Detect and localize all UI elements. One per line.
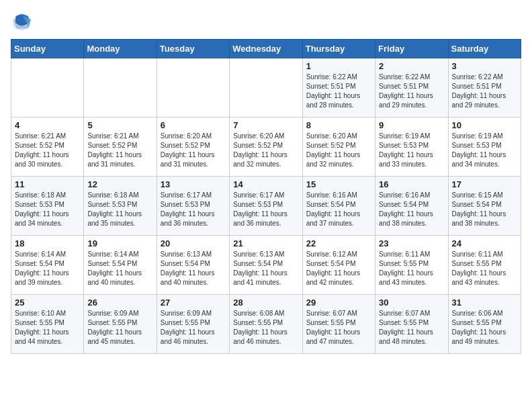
page-header <box>11 11 521 32</box>
day-number: 2 <box>379 61 444 71</box>
day-number: 9 <box>379 120 444 130</box>
calendar-cell: 17Sunrise: 6:15 AM Sunset: 5:54 PM Dayli… <box>448 177 521 236</box>
week-row-2: 4Sunrise: 6:21 AM Sunset: 5:52 PM Daylig… <box>11 118 521 177</box>
day-number: 5 <box>87 120 152 130</box>
calendar-cell: 11Sunrise: 6:18 AM Sunset: 5:53 PM Dayli… <box>11 177 84 236</box>
cell-info: Sunrise: 6:16 AM Sunset: 5:54 PM Dayligh… <box>306 191 371 228</box>
cell-info: Sunrise: 6:22 AM Sunset: 5:51 PM Dayligh… <box>452 73 517 110</box>
cell-info: Sunrise: 6:20 AM Sunset: 5:52 PM Dayligh… <box>161 132 226 169</box>
week-row-5: 25Sunrise: 6:10 AM Sunset: 5:55 PM Dayli… <box>11 295 521 354</box>
calendar-cell: 8Sunrise: 6:20 AM Sunset: 5:52 PM Daylig… <box>302 118 375 177</box>
calendar-cell: 21Sunrise: 6:13 AM Sunset: 5:54 PM Dayli… <box>230 236 302 295</box>
cell-info: Sunrise: 6:15 AM Sunset: 5:54 PM Dayligh… <box>452 191 517 228</box>
week-row-3: 11Sunrise: 6:18 AM Sunset: 5:53 PM Dayli… <box>11 177 521 236</box>
day-number: 10 <box>452 120 517 130</box>
day-number: 12 <box>87 179 152 189</box>
cell-info: Sunrise: 6:07 AM Sunset: 5:55 PM Dayligh… <box>306 309 371 347</box>
dow-header-saturday: Saturday <box>448 40 521 58</box>
day-number: 13 <box>161 179 226 189</box>
day-number: 28 <box>233 298 298 308</box>
calendar-cell: 26Sunrise: 6:09 AM Sunset: 5:55 PM Dayli… <box>84 295 157 354</box>
day-number: 22 <box>306 238 371 248</box>
day-number: 6 <box>161 120 226 130</box>
day-number: 27 <box>161 298 226 308</box>
day-number: 16 <box>379 179 444 189</box>
day-number: 18 <box>15 238 80 248</box>
cell-info: Sunrise: 6:08 AM Sunset: 5:55 PM Dayligh… <box>233 309 298 347</box>
calendar-cell: 22Sunrise: 6:12 AM Sunset: 5:54 PM Dayli… <box>302 236 375 295</box>
cell-info: Sunrise: 6:18 AM Sunset: 5:53 PM Dayligh… <box>87 191 152 228</box>
day-number: 11 <box>15 179 80 189</box>
day-number: 3 <box>452 61 517 71</box>
cell-info: Sunrise: 6:16 AM Sunset: 5:54 PM Dayligh… <box>379 191 444 228</box>
calendar-table: SundayMondayTuesdayWednesdayThursdayFrid… <box>11 39 521 354</box>
day-number: 4 <box>15 120 80 130</box>
cell-info: Sunrise: 6:11 AM Sunset: 5:55 PM Dayligh… <box>452 250 517 287</box>
calendar-cell: 25Sunrise: 6:10 AM Sunset: 5:55 PM Dayli… <box>11 295 84 354</box>
cell-info: Sunrise: 6:20 AM Sunset: 5:52 PM Dayligh… <box>233 132 298 169</box>
calendar-cell: 30Sunrise: 6:07 AM Sunset: 5:55 PM Dayli… <box>375 295 448 354</box>
cell-info: Sunrise: 6:10 AM Sunset: 5:55 PM Dayligh… <box>15 309 80 347</box>
cell-info: Sunrise: 6:13 AM Sunset: 5:54 PM Dayligh… <box>161 250 226 287</box>
day-number: 1 <box>306 61 371 71</box>
day-number: 17 <box>452 179 517 189</box>
cell-info: Sunrise: 6:09 AM Sunset: 5:55 PM Dayligh… <box>161 309 226 347</box>
dow-header-thursday: Thursday <box>302 40 375 58</box>
calendar-cell: 6Sunrise: 6:20 AM Sunset: 5:52 PM Daylig… <box>157 118 229 177</box>
cell-info: Sunrise: 6:22 AM Sunset: 5:51 PM Dayligh… <box>306 73 371 110</box>
logo <box>11 11 35 32</box>
cell-info: Sunrise: 6:17 AM Sunset: 5:53 PM Dayligh… <box>233 191 298 228</box>
calendar-cell <box>11 58 84 118</box>
calendar-cell: 9Sunrise: 6:19 AM Sunset: 5:53 PM Daylig… <box>375 118 448 177</box>
calendar-cell: 20Sunrise: 6:13 AM Sunset: 5:54 PM Dayli… <box>157 236 229 295</box>
cell-info: Sunrise: 6:07 AM Sunset: 5:55 PM Dayligh… <box>379 309 444 347</box>
days-of-week-row: SundayMondayTuesdayWednesdayThursdayFrid… <box>11 40 521 58</box>
calendar-cell: 4Sunrise: 6:21 AM Sunset: 5:52 PM Daylig… <box>11 118 84 177</box>
calendar-cell: 23Sunrise: 6:11 AM Sunset: 5:55 PM Dayli… <box>375 236 448 295</box>
cell-info: Sunrise: 6:21 AM Sunset: 5:52 PM Dayligh… <box>87 132 152 169</box>
logo-icon <box>11 11 32 32</box>
calendar-cell: 3Sunrise: 6:22 AM Sunset: 5:51 PM Daylig… <box>448 58 521 118</box>
dow-header-tuesday: Tuesday <box>157 40 229 58</box>
calendar-cell: 15Sunrise: 6:16 AM Sunset: 5:54 PM Dayli… <box>302 177 375 236</box>
calendar-cell: 24Sunrise: 6:11 AM Sunset: 5:55 PM Dayli… <box>448 236 521 295</box>
cell-info: Sunrise: 6:14 AM Sunset: 5:54 PM Dayligh… <box>87 250 152 287</box>
calendar-cell: 29Sunrise: 6:07 AM Sunset: 5:55 PM Dayli… <box>302 295 375 354</box>
calendar-cell: 10Sunrise: 6:19 AM Sunset: 5:53 PM Dayli… <box>448 118 521 177</box>
cell-info: Sunrise: 6:19 AM Sunset: 5:53 PM Dayligh… <box>379 132 444 169</box>
calendar-cell: 2Sunrise: 6:22 AM Sunset: 5:51 PM Daylig… <box>375 58 448 118</box>
calendar-body: 1Sunrise: 6:22 AM Sunset: 5:51 PM Daylig… <box>11 58 521 354</box>
calendar-cell: 28Sunrise: 6:08 AM Sunset: 5:55 PM Dayli… <box>230 295 302 354</box>
day-number: 14 <box>233 179 298 189</box>
cell-info: Sunrise: 6:13 AM Sunset: 5:54 PM Dayligh… <box>233 250 298 287</box>
cell-info: Sunrise: 6:12 AM Sunset: 5:54 PM Dayligh… <box>306 250 371 287</box>
day-number: 24 <box>452 238 517 248</box>
day-number: 23 <box>379 238 444 248</box>
day-number: 19 <box>87 238 152 248</box>
calendar-cell <box>157 58 229 118</box>
day-number: 20 <box>161 238 226 248</box>
dow-header-wednesday: Wednesday <box>230 40 302 58</box>
day-number: 7 <box>233 120 298 130</box>
day-number: 29 <box>306 298 371 308</box>
cell-info: Sunrise: 6:22 AM Sunset: 5:51 PM Dayligh… <box>379 73 444 110</box>
dow-header-friday: Friday <box>375 40 448 58</box>
calendar-cell: 14Sunrise: 6:17 AM Sunset: 5:53 PM Dayli… <box>230 177 302 236</box>
cell-info: Sunrise: 6:21 AM Sunset: 5:52 PM Dayligh… <box>15 132 80 169</box>
calendar-cell: 1Sunrise: 6:22 AM Sunset: 5:51 PM Daylig… <box>302 58 375 118</box>
cell-info: Sunrise: 6:11 AM Sunset: 5:55 PM Dayligh… <box>379 250 444 287</box>
calendar-cell: 16Sunrise: 6:16 AM Sunset: 5:54 PM Dayli… <box>375 177 448 236</box>
calendar-cell: 5Sunrise: 6:21 AM Sunset: 5:52 PM Daylig… <box>84 118 157 177</box>
calendar-cell: 18Sunrise: 6:14 AM Sunset: 5:54 PM Dayli… <box>11 236 84 295</box>
cell-info: Sunrise: 6:06 AM Sunset: 5:55 PM Dayligh… <box>452 309 517 347</box>
dow-header-sunday: Sunday <box>11 40 84 58</box>
day-number: 30 <box>379 298 444 308</box>
calendar-cell: 7Sunrise: 6:20 AM Sunset: 5:52 PM Daylig… <box>230 118 302 177</box>
cell-info: Sunrise: 6:17 AM Sunset: 5:53 PM Dayligh… <box>161 191 226 228</box>
calendar-cell <box>84 58 157 118</box>
calendar-cell: 27Sunrise: 6:09 AM Sunset: 5:55 PM Dayli… <box>157 295 229 354</box>
cell-info: Sunrise: 6:14 AM Sunset: 5:54 PM Dayligh… <box>15 250 80 287</box>
day-number: 31 <box>452 298 517 308</box>
calendar-cell: 31Sunrise: 6:06 AM Sunset: 5:55 PM Dayli… <box>448 295 521 354</box>
day-number: 26 <box>87 298 152 308</box>
